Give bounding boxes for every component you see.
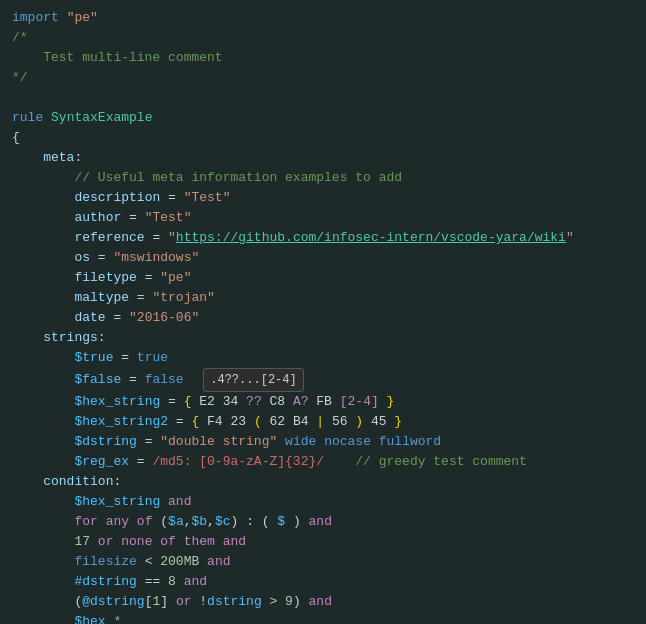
val-reference-quote1: " xyxy=(168,228,176,248)
val-regex: /md5: [0-9a-zA-Z]{32}/ xyxy=(152,452,324,472)
line-reference: reference = "https://github.com/infosec-… xyxy=(0,228,646,248)
val-filesize: 200MB xyxy=(160,552,199,572)
val-date: "2016-06" xyxy=(129,308,199,328)
key-maltype: maltype xyxy=(74,288,129,308)
key-reference: reference xyxy=(74,228,144,248)
hex-wildcard1: ?? xyxy=(246,392,262,412)
cond-bang-dstring: dstring xyxy=(207,592,262,612)
section-condition: condition xyxy=(43,472,113,492)
keyword-or: or xyxy=(98,532,114,552)
val-9: 9 xyxy=(285,592,293,612)
val-8: 8 xyxy=(168,572,176,592)
line-maltype: maltype = "trojan" xyxy=(0,288,646,308)
line-hex-string2: $hex_string2 = { F4 23 ( 62 B4 | 56 ) 45… xyxy=(0,412,646,432)
line-cond-dstring-count: #dstring == 8 and xyxy=(0,572,646,592)
val-reference-quote2: " xyxy=(566,228,574,248)
line-condition: condition : xyxy=(0,472,646,492)
line-date: date = "2016-06" xyxy=(0,308,646,328)
keyword-rule: rule xyxy=(12,108,43,128)
section-meta: meta xyxy=(43,148,74,168)
hex-jump: [2-4] xyxy=(340,392,379,412)
keyword-and-4: and xyxy=(207,552,230,572)
hex-values: E2 34 xyxy=(199,392,246,412)
val-dstring: "double string" xyxy=(160,432,277,452)
line-os: os = "mswindows" xyxy=(0,248,646,268)
val-maltype: "trojan" xyxy=(152,288,214,308)
mod-nocase: nocase xyxy=(324,432,371,452)
cond-var-c: $c xyxy=(215,512,231,532)
cond-dollar: $ xyxy=(277,512,285,532)
cond-hex-star: $hex_* xyxy=(74,612,121,624)
keyword-of-2: of xyxy=(160,532,176,552)
key-os: os xyxy=(74,248,90,268)
var-regex: $reg_ex xyxy=(74,452,129,472)
line-cond-for: for any of ( $a , $b , $c ) : ( $ ) and xyxy=(0,512,646,532)
comment-close: */ xyxy=(12,68,28,88)
line-meta-comment: // Useful meta information examples to a… xyxy=(0,168,646,188)
hex-bracket-close: } xyxy=(379,392,395,412)
url-reference[interactable]: https://github.com/infosec-intern/vscode… xyxy=(176,228,566,248)
line-cond-filesize: filesize < 200MB and xyxy=(0,552,646,572)
line-cond-17: 17 or none of them and xyxy=(0,532,646,552)
mod-wide: wide xyxy=(285,432,316,452)
line-open-brace: { xyxy=(0,128,646,148)
keyword-and-1: and xyxy=(168,492,191,512)
line-strings: strings : xyxy=(0,328,646,348)
key-author: author xyxy=(74,208,121,228)
keyword-and-5: and xyxy=(184,572,207,592)
keyword-them: them xyxy=(184,532,215,552)
line-meta: meta : xyxy=(0,148,646,168)
keyword-any: any xyxy=(106,512,129,532)
line-blank xyxy=(0,88,646,108)
cond-var-hex: $hex_string xyxy=(74,492,160,512)
val-author: "Test" xyxy=(145,208,192,228)
cond-var-b: $b xyxy=(192,512,208,532)
line-1: import "pe" xyxy=(0,8,646,28)
cond-hash-dstring: #dstring xyxy=(74,572,136,592)
comment-greedy: // greedy test comment xyxy=(355,452,527,472)
idx-1: 1 xyxy=(152,592,160,612)
keyword-for: for xyxy=(74,512,97,532)
keyword-and-3: and xyxy=(223,532,246,552)
line-cond-hex-star: $hex_* xyxy=(0,612,646,624)
val-os: "mswindows" xyxy=(113,248,199,268)
var-dstring: $dstring xyxy=(74,432,136,452)
keyword-none: none xyxy=(121,532,152,552)
section-strings: strings xyxy=(43,328,98,348)
keyword-import: import xyxy=(12,8,59,28)
var-hex-string2: $hex_string2 xyxy=(74,412,168,432)
comment-body: Test multi-line comment xyxy=(12,48,223,68)
line-regex: $reg_ex = /md5: [0-9a-zA-Z]{32}/ // gree… xyxy=(0,452,646,472)
string-pe: "pe" xyxy=(67,8,98,28)
open-brace: { xyxy=(12,128,20,148)
tooltip-hex-pattern: .4??...[2-4] xyxy=(203,368,303,392)
keyword-or-2: or xyxy=(176,592,192,612)
num-17: 17 xyxy=(74,532,90,552)
key-date: date xyxy=(74,308,105,328)
line-4: */ xyxy=(0,68,646,88)
line-hex-string: $hex_string = { E2 34 ?? C8 A? FB [2-4] … xyxy=(0,392,646,412)
keyword-of: of xyxy=(137,512,153,532)
line-var-true: $true = true xyxy=(0,348,646,368)
line-dstring: $dstring = "double string" wide nocase f… xyxy=(0,432,646,452)
var-false: $false xyxy=(74,370,121,390)
key-description: description xyxy=(74,188,160,208)
comment-open: /* xyxy=(12,28,28,48)
mod-fullword: fullword xyxy=(379,432,441,452)
val-false: false xyxy=(145,370,184,390)
line-filetype: filetype = "pe" xyxy=(0,268,646,288)
val-description: "Test" xyxy=(184,188,231,208)
hex2-bracket-close: } xyxy=(394,412,402,432)
val-filetype: "pe" xyxy=(160,268,191,288)
code-editor: import "pe" /* Test multi-line comment *… xyxy=(0,0,646,624)
comment-meta: // Useful meta information examples to a… xyxy=(12,168,402,188)
hex-bracket-open: { xyxy=(184,392,200,412)
line-var-false: $false = false .4??...[2-4] xyxy=(0,368,646,392)
val-true: true xyxy=(137,348,168,368)
line-cond-dstring-check: ( @dstring [ 1 ] or ! dstring > 9 ) and xyxy=(0,592,646,612)
hex-wildcard2: A? xyxy=(293,392,309,412)
cond-var-a: $a xyxy=(168,512,184,532)
line-cond-hex: $hex_string and xyxy=(0,492,646,512)
key-filetype: filetype xyxy=(74,268,136,288)
line-rule-decl: rule SyntaxExample xyxy=(0,108,646,128)
